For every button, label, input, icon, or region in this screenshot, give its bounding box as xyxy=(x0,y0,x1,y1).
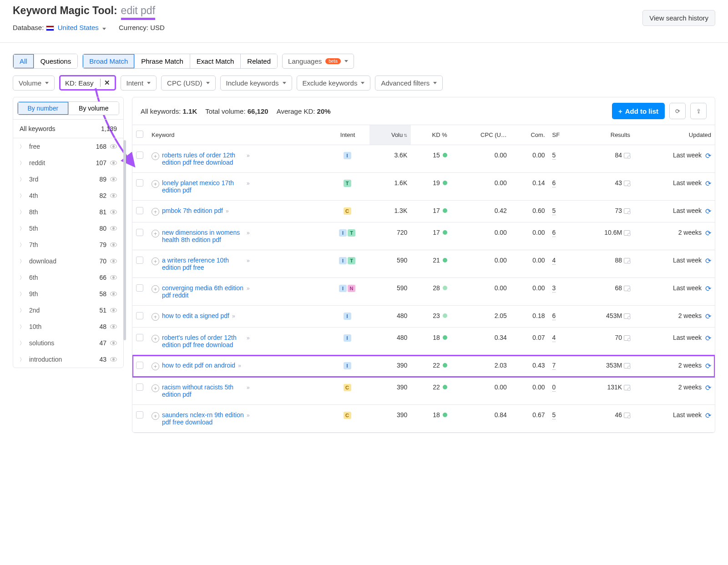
keyword-cell[interactable]: +a writers reference 10th edition pdf fr… xyxy=(148,250,326,278)
col-kd[interactable]: KD % xyxy=(411,125,451,145)
serp-icon[interactable] xyxy=(624,385,630,390)
col-cpc[interactable]: CPC (U… xyxy=(451,125,511,145)
sort-by-volume[interactable]: By volume xyxy=(69,102,119,115)
eye-icon[interactable] xyxy=(110,324,117,329)
row-checkbox[interactable] xyxy=(136,312,143,319)
refresh-row-icon[interactable]: ⟳ xyxy=(705,151,711,160)
keyword-cell[interactable]: +how to edit pdf on android» xyxy=(148,355,326,377)
expand-icon[interactable]: + xyxy=(152,384,159,392)
expand-icon[interactable]: + xyxy=(152,335,159,343)
serp-icon[interactable] xyxy=(624,413,630,418)
open-icon[interactable]: » xyxy=(238,363,241,369)
refresh-row-icon[interactable]: ⟳ xyxy=(705,179,711,188)
advanced-filters[interactable]: Advanced filters xyxy=(375,76,443,91)
scrollbar[interactable] xyxy=(123,140,126,340)
open-icon[interactable]: » xyxy=(247,152,250,159)
open-icon[interactable]: » xyxy=(247,230,250,236)
row-checkbox[interactable] xyxy=(136,383,143,391)
open-icon[interactable]: » xyxy=(247,335,250,341)
tab-all[interactable]: All xyxy=(13,54,34,68)
col-volume[interactable]: Volu⇅ xyxy=(369,125,411,145)
serp-icon[interactable] xyxy=(624,153,630,158)
export-button[interactable]: ⇪ xyxy=(690,103,707,119)
serp-icon[interactable] xyxy=(624,208,630,214)
intent-filter[interactable]: Intent xyxy=(121,76,157,91)
serp-icon[interactable] xyxy=(624,313,630,319)
refresh-row-icon[interactable]: ⟳ xyxy=(705,334,711,343)
expand-icon[interactable]: + xyxy=(152,412,159,420)
sidebar-item[interactable]: 〉6th66 xyxy=(13,269,123,286)
open-icon[interactable]: » xyxy=(247,285,250,292)
row-checkbox[interactable] xyxy=(136,229,143,236)
sort-by-number[interactable]: By number xyxy=(18,102,69,115)
tab-questions[interactable]: Questions xyxy=(34,54,78,68)
row-checkbox[interactable] xyxy=(136,362,143,369)
eye-icon[interactable] xyxy=(110,210,117,214)
open-icon[interactable]: » xyxy=(247,257,250,264)
row-checkbox[interactable] xyxy=(136,257,143,264)
sidebar-item[interactable]: 〉9th58 xyxy=(13,286,123,302)
expand-icon[interactable]: + xyxy=(152,208,159,216)
sidebar-item[interactable]: 〉3rd89 xyxy=(13,171,123,187)
row-checkbox[interactable] xyxy=(136,179,143,187)
expand-icon[interactable]: + xyxy=(152,257,159,265)
eye-icon[interactable] xyxy=(110,193,117,198)
languages-dropdown[interactable]: Languages beta xyxy=(282,54,354,69)
sidebar-item[interactable]: 〉introduction43 xyxy=(13,351,123,368)
eye-icon[interactable] xyxy=(110,308,117,313)
col-com[interactable]: Com. xyxy=(511,125,549,145)
keyword-cell[interactable]: +how to edit a signed pdf» xyxy=(148,306,326,328)
include-keywords-filter[interactable]: Include keywords xyxy=(220,76,292,91)
database-selector[interactable]: Database: United States xyxy=(13,24,106,31)
keyword-cell[interactable]: +pmbok 7th edition pdf» xyxy=(148,201,326,222)
view-history-button[interactable]: View search history xyxy=(642,10,715,26)
eye-icon[interactable] xyxy=(110,226,117,231)
refresh-row-icon[interactable]: ⟳ xyxy=(705,362,711,370)
serp-icon[interactable] xyxy=(624,258,630,263)
eye-icon[interactable] xyxy=(110,292,117,296)
all-keywords-row[interactable]: All keywords1,139 xyxy=(13,120,123,138)
keyword-cell[interactable]: +saunders nclex-rn 9th edition pdf free … xyxy=(148,405,326,433)
sidebar-item[interactable]: 〉4th82 xyxy=(13,187,123,204)
sidebar-item[interactable]: 〉7th79 xyxy=(13,237,123,253)
refresh-row-icon[interactable]: ⟳ xyxy=(705,411,711,420)
sidebar-item[interactable]: 〉download70 xyxy=(13,253,123,269)
eye-icon[interactable] xyxy=(110,161,117,165)
refresh-button[interactable]: ⟳ xyxy=(669,103,686,119)
keyword-cell[interactable]: +lonely planet mexico 17th edition pdf» xyxy=(148,173,326,201)
open-icon[interactable]: » xyxy=(247,412,250,419)
eye-icon[interactable] xyxy=(110,341,117,345)
eye-icon[interactable] xyxy=(110,259,117,263)
kd-filter[interactable]: KD: Easy✕ xyxy=(59,75,116,91)
expand-icon[interactable]: + xyxy=(152,285,159,293)
keyword-cell[interactable]: +racism without racists 5th edition pdf» xyxy=(148,377,326,405)
cpc-filter[interactable]: CPC (USD) xyxy=(161,76,216,91)
open-icon[interactable]: » xyxy=(226,208,229,214)
tab-phrase-match[interactable]: Phrase Match xyxy=(135,54,190,68)
eye-icon[interactable] xyxy=(110,177,117,182)
keyword-cell[interactable]: +robert's rules of order 12th edition pd… xyxy=(148,328,326,355)
select-all-checkbox[interactable] xyxy=(136,131,143,138)
keyword-cell[interactable]: +roberts rules of order 12th edition pdf… xyxy=(148,145,326,173)
refresh-row-icon[interactable]: ⟳ xyxy=(705,229,711,237)
row-checkbox[interactable] xyxy=(136,334,143,341)
expand-icon[interactable]: + xyxy=(152,313,159,321)
volume-filter[interactable]: Volume xyxy=(13,76,55,91)
sidebar-item[interactable]: 〉10th48 xyxy=(13,318,123,335)
row-checkbox[interactable] xyxy=(136,284,143,292)
expand-icon[interactable]: + xyxy=(152,152,159,160)
serp-icon[interactable] xyxy=(624,230,630,236)
sidebar-item[interactable]: 〉free168 xyxy=(13,138,123,155)
refresh-row-icon[interactable]: ⟳ xyxy=(705,207,711,216)
open-icon[interactable]: » xyxy=(247,180,250,187)
sidebar-item[interactable]: 〉8th81 xyxy=(13,204,123,220)
open-icon[interactable]: » xyxy=(232,313,235,319)
open-icon[interactable]: » xyxy=(247,384,250,391)
eye-icon[interactable] xyxy=(110,144,117,149)
close-icon[interactable]: ✕ xyxy=(100,79,110,87)
row-checkbox[interactable] xyxy=(136,411,143,419)
serp-icon[interactable] xyxy=(624,181,630,186)
eye-icon[interactable] xyxy=(110,242,117,247)
sidebar-item[interactable]: 〉5th80 xyxy=(13,220,123,237)
exclude-keywords-filter[interactable]: Exclude keywords xyxy=(297,76,371,91)
